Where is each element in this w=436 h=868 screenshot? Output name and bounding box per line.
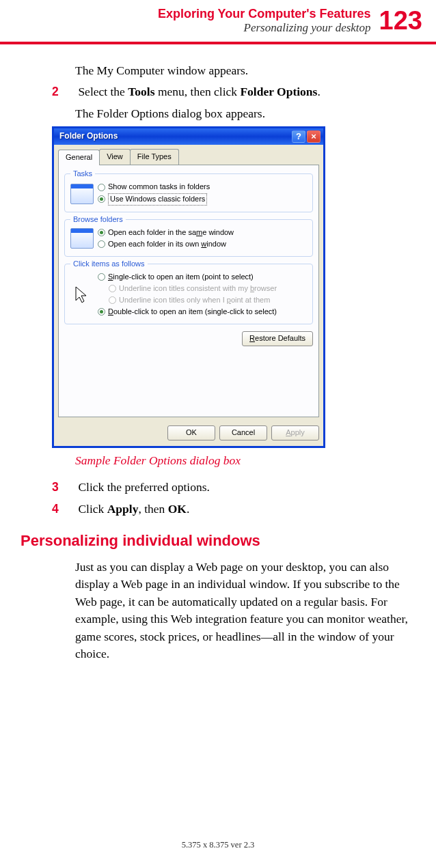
cursor-icon bbox=[70, 284, 94, 305]
restore-defaults-button[interactable]: Restore Defaults bbox=[242, 331, 313, 346]
tab-view[interactable]: View bbox=[99, 149, 131, 165]
tab-general[interactable]: General bbox=[58, 150, 100, 165]
radio-label: Underline icon titles consistent with my… bbox=[119, 283, 277, 294]
ok-button[interactable]: OK bbox=[167, 425, 215, 440]
radio-common-tasks[interactable] bbox=[98, 184, 105, 191]
radio-same-window[interactable] bbox=[98, 229, 105, 236]
radio-label: Use Windows classic folders bbox=[108, 193, 207, 206]
step-number: 4 bbox=[52, 501, 68, 518]
paragraph: Just as you can display a Web page on yo… bbox=[75, 559, 422, 662]
radio-classic-folders[interactable] bbox=[98, 195, 105, 203]
paragraph: The Folder Options dialog box appears. bbox=[75, 105, 422, 122]
radio-label: Open each folder in its own window bbox=[108, 239, 226, 250]
cancel-button[interactable]: Cancel bbox=[219, 425, 267, 440]
radio-label: Single-click to open an item (point to s… bbox=[108, 272, 254, 283]
radio-label: Underline icon titles only when I point … bbox=[119, 295, 270, 306]
tab-panel-general: Tasks Show common tasks in folders Use W… bbox=[58, 165, 319, 417]
footer-text: 5.375 x 8.375 ver 2.3 bbox=[0, 840, 436, 850]
paragraph: The My Computer window appears. bbox=[75, 62, 422, 79]
titlebar[interactable]: Folder Options ? × bbox=[54, 128, 323, 145]
radio-single-click[interactable] bbox=[98, 273, 105, 281]
radio-label: Show common tasks in folders bbox=[108, 182, 210, 193]
radio-underline-browser bbox=[109, 285, 116, 292]
step-text: Click the preferred options. bbox=[78, 480, 209, 494]
radio-label: Double-click to open an item (single-cli… bbox=[108, 307, 277, 318]
tab-strip: General View File Types bbox=[54, 145, 323, 165]
group-legend: Tasks bbox=[70, 169, 95, 180]
chapter-title: Exploring Your Computer's Features bbox=[158, 7, 371, 21]
group-click-items: Click items as follows Single-click to o… bbox=[64, 264, 313, 324]
folder-options-dialog: Folder Options ? × General View File Typ… bbox=[52, 126, 325, 448]
group-tasks: Tasks Show common tasks in folders Use W… bbox=[64, 173, 313, 212]
step-3: 3 Click the preferred options. bbox=[75, 479, 422, 496]
apply-button[interactable]: Apply bbox=[271, 425, 319, 440]
step-2: 2 Select the Tools menu, then click Fold… bbox=[75, 83, 422, 100]
folder-icon bbox=[70, 184, 94, 204]
step-4: 4 Click Apply, then OK. bbox=[75, 501, 422, 518]
tab-file-types[interactable]: File Types bbox=[130, 149, 179, 165]
step-number: 3 bbox=[52, 479, 68, 496]
step-text: Click Apply, then OK. bbox=[78, 502, 189, 516]
page-number: 123 bbox=[379, 7, 422, 34]
close-button[interactable]: × bbox=[307, 130, 321, 143]
step-number: 2 bbox=[52, 83, 68, 100]
section-subtitle: Personalizing your desktop bbox=[158, 21, 371, 35]
dialog-button-bar: OK Cancel Apply bbox=[54, 421, 323, 446]
help-button[interactable]: ? bbox=[292, 130, 305, 143]
radio-double-click[interactable] bbox=[98, 308, 105, 316]
page-header: Exploring Your Computer's Features Perso… bbox=[0, 0, 436, 35]
group-legend: Click items as follows bbox=[70, 259, 148, 270]
radio-own-window[interactable] bbox=[98, 240, 105, 248]
folder-icon bbox=[70, 228, 94, 249]
figure-caption: Sample Folder Options dialog box bbox=[75, 452, 422, 469]
radio-underline-point bbox=[109, 296, 116, 304]
step-text: Select the Tools menu, then click Folder… bbox=[78, 85, 320, 98]
radio-label: Open each folder in the same window bbox=[108, 227, 234, 238]
content-body: The My Computer window appears. 2 Select… bbox=[0, 44, 436, 662]
svg-marker-0 bbox=[76, 287, 86, 303]
group-legend: Browse folders bbox=[70, 214, 126, 225]
dialog-title: Folder Options bbox=[59, 130, 292, 142]
section-heading: Personalizing individual windows bbox=[21, 530, 422, 552]
group-browse-folders: Browse folders Open each folder in the s… bbox=[64, 219, 313, 257]
